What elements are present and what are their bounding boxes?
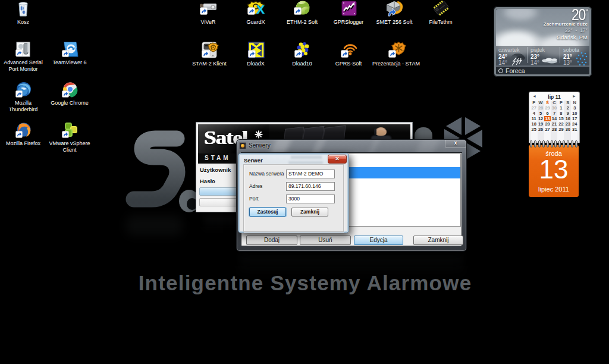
svg-text:X: X: [256, 2, 265, 16]
